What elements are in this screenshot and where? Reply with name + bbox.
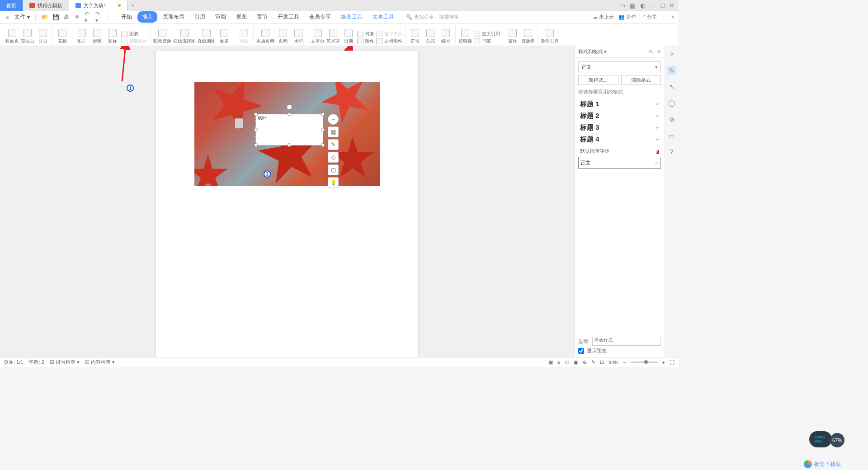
- page-indicator[interactable]: 页面: 1/1: [4, 359, 23, 366]
- chart-button[interactable]: 图表: [121, 31, 147, 37]
- menu-more-icon[interactable]: ⋮: [661, 14, 666, 20]
- tab-home[interactable]: 首页: [0, 0, 23, 11]
- view-page-icon[interactable]: ▦: [548, 359, 553, 365]
- rotate-handle-icon[interactable]: [287, 104, 292, 110]
- shape-button[interactable]: 形状: [90, 29, 104, 44]
- menutab-reference[interactable]: 引用: [190, 11, 210, 23]
- tab-template[interactable]: 找稻壳模板: [23, 0, 69, 11]
- cover-button[interactable]: 封面页: [5, 29, 19, 44]
- rail-help-icon[interactable]: ?: [667, 147, 676, 156]
- mindmap-button[interactable]: 在线脑图: [198, 29, 216, 44]
- maximize-icon[interactable]: □: [661, 2, 665, 9]
- view-read-icon[interactable]: ▣: [574, 359, 578, 365]
- attach-button[interactable]: 附件: [357, 38, 374, 44]
- resize-handle[interactable]: [321, 113, 325, 116]
- float-layout-icon[interactable]: ▤: [328, 127, 339, 137]
- rail-brush-icon[interactable]: ✎: [667, 66, 676, 75]
- close-icon[interactable]: ✕: [669, 2, 675, 9]
- menutab-view[interactable]: 视图: [231, 11, 251, 23]
- word-count[interactable]: 字数: 2: [28, 359, 44, 366]
- float-fill-icon[interactable]: ◇: [328, 152, 339, 163]
- menutab-start[interactable]: 开始: [117, 11, 137, 23]
- share-button[interactable]: ↗ 分享: [641, 14, 657, 20]
- resize-handle[interactable]: [254, 128, 258, 132]
- save-icon[interactable]: 💾: [52, 14, 59, 21]
- style-heading3[interactable]: 标题 3↵: [578, 122, 661, 133]
- open-icon[interactable]: 📂: [41, 14, 48, 21]
- undo-icon[interactable]: ↶ ▾: [85, 14, 92, 21]
- bookmark-button[interactable]: 书签: [474, 38, 500, 44]
- file-menu[interactable]: 文件 ▾: [14, 13, 30, 21]
- current-style-select[interactable]: 正文: [578, 61, 661, 72]
- tab-add[interactable]: +: [127, 2, 138, 9]
- resource2-button[interactable]: 资源夹: [521, 29, 535, 44]
- style-heading1[interactable]: 标题 1↵: [578, 98, 661, 110]
- watermark-button[interactable]: 水印: [292, 29, 305, 44]
- menutab-drawtools[interactable]: 绘图工具: [336, 11, 367, 23]
- resize-handle[interactable]: [254, 143, 258, 147]
- redo-icon[interactable]: ↷ ▾: [95, 14, 103, 21]
- resize-handle[interactable]: [321, 128, 325, 132]
- canvas-area[interactable]: 1 2 枫叶 − ▤ ✎ ◇: [0, 46, 574, 357]
- zoom-out-icon[interactable]: −: [623, 360, 626, 365]
- pagebreak-button[interactable]: 分页: [36, 29, 50, 44]
- object-button[interactable]: 对象: [357, 31, 374, 37]
- pane-pin-icon[interactable]: ⇱: [649, 49, 653, 55]
- float-edit-icon[interactable]: ✎: [328, 139, 339, 150]
- wordart-button[interactable]: 艺术字: [326, 29, 340, 44]
- rail-location-icon[interactable]: ⊚: [667, 115, 676, 124]
- style-body[interactable]: 正文↵: [578, 157, 661, 169]
- rail-select-icon[interactable]: ↖: [667, 82, 676, 91]
- view-web-icon[interactable]: ▭: [565, 359, 569, 365]
- dropcap-button[interactable]: 首字下沉: [376, 31, 402, 37]
- spellcheck-toggle[interactable]: ☑ 拼写检查 ▾: [50, 359, 80, 366]
- icon-button[interactable]: 图标: [106, 29, 119, 44]
- rail-book-icon[interactable]: ▭: [667, 131, 676, 140]
- view-write-icon[interactable]: ✎: [591, 359, 595, 365]
- menutab-section[interactable]: 章节: [252, 11, 272, 23]
- rail-style-icon[interactable]: ✧: [667, 50, 676, 59]
- date-button[interactable]: 日期: [342, 29, 355, 44]
- menutab-devtools[interactable]: 开发工具: [273, 11, 304, 23]
- docparts-button[interactable]: 文档部件: [376, 38, 402, 44]
- menutab-review[interactable]: 审阅: [211, 11, 231, 23]
- float-border-icon[interactable]: ▢: [328, 164, 339, 175]
- resource-button[interactable]: 稻壳资源: [153, 29, 171, 44]
- blankpage-button[interactable]: 空白页: [21, 29, 34, 44]
- style-heading4[interactable]: 标题 4↵: [578, 133, 661, 145]
- resize-handle[interactable]: [288, 143, 291, 147]
- pane-close-icon[interactable]: ✕: [657, 49, 661, 55]
- print-icon[interactable]: 🖶: [63, 14, 70, 21]
- edu-button[interactable]: 教学工具: [541, 29, 559, 44]
- grid-icon[interactable]: ▦: [630, 2, 636, 9]
- formwindow-button[interactable]: 窗体: [506, 29, 519, 44]
- flowchart-button[interactable]: 在线流程图: [173, 29, 196, 44]
- menu-hamburger-icon[interactable]: ≡: [4, 14, 11, 21]
- collapse-ribbon-icon[interactable]: ∧: [671, 14, 675, 20]
- preview-icon[interactable]: 👁: [74, 14, 81, 21]
- menutab-member[interactable]: 会员专享: [305, 11, 335, 23]
- page[interactable]: 枫叶 − ▤ ✎ ◇ ▢ 💡: [156, 51, 418, 357]
- float-collapse-icon[interactable]: −: [328, 114, 339, 125]
- textbox-button[interactable]: 文本框: [311, 29, 325, 44]
- new-style-button[interactable]: 新样式...: [578, 75, 618, 85]
- float-idea-icon[interactable]: 💡: [328, 177, 339, 188]
- comment-button[interactable]: 批注: [237, 29, 250, 44]
- smartart-button[interactable]: 智能图形: [121, 38, 147, 44]
- collab-button[interactable]: 👥 协作: [618, 14, 636, 20]
- crossref-button[interactable]: 交叉引用: [474, 31, 500, 37]
- show-filter-select[interactable]: 有效样式: [592, 337, 661, 346]
- command-search[interactable]: 🔍 查找命令、搜索模板: [406, 14, 459, 20]
- view-outline-icon[interactable]: ≡: [557, 360, 560, 365]
- pageno-button[interactable]: 页码: [276, 29, 290, 44]
- tab-document[interactable]: 文字文稿1: [69, 0, 127, 11]
- resize-handle[interactable]: [254, 113, 258, 116]
- textbox[interactable]: 枫叶: [255, 114, 323, 146]
- picture-button[interactable]: 图片: [75, 29, 89, 44]
- style-default-para[interactable]: 默认段落字体a: [578, 145, 661, 157]
- rail-shape-icon[interactable]: ◯: [667, 99, 676, 108]
- equation-button[interactable]: 公式: [424, 29, 437, 44]
- clear-format-button[interactable]: 清除格式: [621, 75, 661, 85]
- preview-checkbox[interactable]: [578, 348, 584, 354]
- zoom-value[interactable]: 94%: [609, 360, 618, 365]
